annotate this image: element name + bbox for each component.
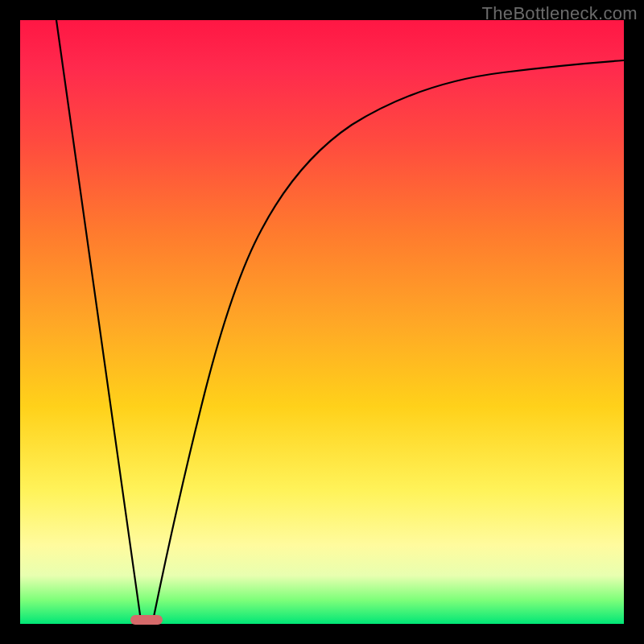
plot-area bbox=[20, 20, 624, 624]
chart-frame: TheBottleneck.com bbox=[0, 0, 644, 644]
watermark-text: TheBottleneck.com bbox=[482, 3, 638, 24]
curve-left-segment bbox=[56, 20, 141, 621]
bottleneck-curve bbox=[20, 20, 624, 624]
curve-right-segment bbox=[153, 60, 624, 621]
optimal-marker bbox=[130, 615, 163, 625]
